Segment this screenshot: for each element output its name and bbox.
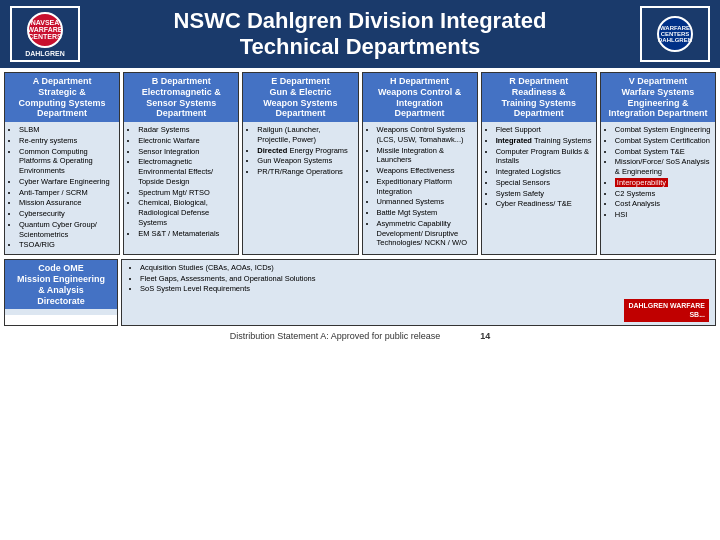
page-title: NSWC Dahlgren Division Integrated Techni… <box>80 8 640 61</box>
dept-H-content: Weapons Control Systems (LCS, USW, Tomah… <box>363 122 477 254</box>
dept-E: E DepartmentGun & ElectricWeapon Systems… <box>242 72 358 255</box>
dept-B: B DepartmentElectromagnetic &Sensor Syst… <box>123 72 239 255</box>
dept-R-content: Fleet Support Integrated Training System… <box>482 122 596 254</box>
dept-R: R DepartmentReadiness &Training SystemsD… <box>481 72 597 255</box>
navsea-text: DAHLGREN <box>25 50 65 57</box>
dept-A-content: SLBM Re-entry systems Common Computing P… <box>5 122 119 254</box>
dept-E-header: E DepartmentGun & ElectricWeapon Systems… <box>243 73 357 122</box>
dept-V: V DepartmentWarfare SystemsEngineering &… <box>600 72 716 255</box>
navsea-logo-left: NAVSEAWARFARECENTERS DAHLGREN <box>10 6 80 62</box>
dahlgren-stamp: DAHLGREN WARFARESB... <box>624 299 709 323</box>
dept-V-header: V DepartmentWarfare SystemsEngineering &… <box>601 73 715 122</box>
bottom-acquisitions-content: Acquisition Studies (CBAs, AOAs, ICDs) F… <box>121 259 716 326</box>
dept-A-header: A DepartmentStrategic &Computing Systems… <box>5 73 119 122</box>
departments-row: A DepartmentStrategic &Computing Systems… <box>0 68 720 257</box>
navsea-logo-right: WARFARECENTERSDAHLGREN <box>640 6 710 62</box>
dept-B-content: Radar Systems Electronic Warfare Sensor … <box>124 122 238 254</box>
highlight-interoperability: Interoperability <box>615 178 668 187</box>
navsea-right-circle: WARFARECENTERSDAHLGREN <box>657 16 693 52</box>
code-ome-content <box>5 309 117 315</box>
bottom-row: Code OMEMission Engineering& AnalysisDir… <box>0 257 720 328</box>
dept-A: A DepartmentStrategic &Computing Systems… <box>4 72 120 255</box>
code-ome-box: Code OMEMission Engineering& AnalysisDir… <box>4 259 118 326</box>
page-header: NAVSEAWARFARECENTERS DAHLGREN NSWC Dahlg… <box>0 0 720 68</box>
dept-E-content: Railgun (Launcher, Projectile, Power) Di… <box>243 122 357 254</box>
dept-H: H DepartmentWeapons Control &Integration… <box>362 72 478 255</box>
dept-R-header: R DepartmentReadiness &Training SystemsD… <box>482 73 596 122</box>
code-ome-header: Code OMEMission Engineering& AnalysisDir… <box>5 260 117 309</box>
distribution-statement: Distribution Statement A: Approved for p… <box>0 328 720 344</box>
dept-B-header: B DepartmentElectromagnetic &Sensor Syst… <box>124 73 238 122</box>
navsea-circle: NAVSEAWARFARECENTERS <box>27 12 63 48</box>
dept-H-header: H DepartmentWeapons Control &Integration… <box>363 73 477 122</box>
dept-V-content: Combat System Engineering Combat System … <box>601 122 715 254</box>
